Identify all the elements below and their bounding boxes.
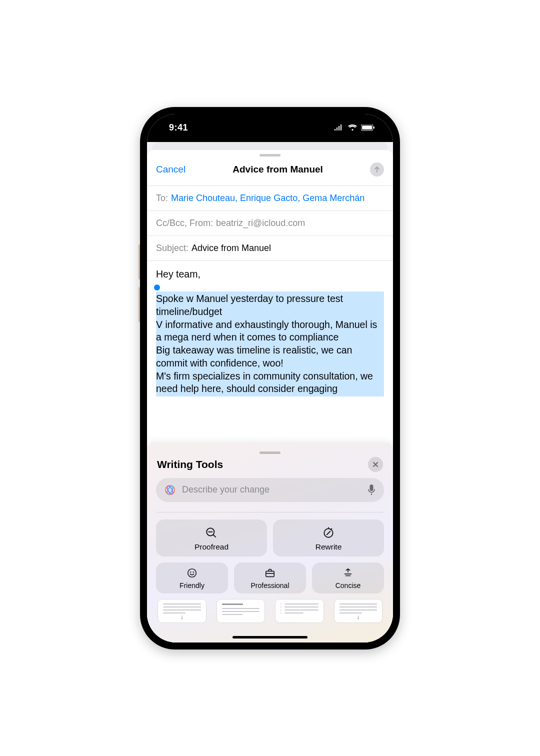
arrow-up-icon [373,166,381,174]
writing-tools-sheet: Writing Tools Describe your change [147,442,393,642]
proofread-button[interactable]: Proofread [156,520,267,556]
template-row: ↓ ↓ [156,600,384,622]
arrow-down-icon: ↓ [180,614,184,620]
concise-label: Concise [336,582,361,590]
cc-from-field[interactable]: Cc/Bcc, From: beatriz_ri@icloud.com [147,211,393,236]
subject-value: Advice from Manuel [192,243,271,254]
svg-rect-11 [266,571,274,576]
svg-point-10 [193,572,194,572]
dynamic-island [235,122,305,140]
microphone-icon[interactable] [367,484,376,496]
home-indicator[interactable] [232,636,308,638]
template-keypoints-button[interactable] [217,600,265,622]
status-time: 9:41 [169,122,188,133]
battery-icon [361,124,375,131]
svg-point-9 [190,572,191,572]
subject-label: Subject: [156,243,188,254]
to-recipients[interactable]: Marie Chouteau, Enrique Gacto, Gema Merc… [171,193,364,204]
nav-bar: Cancel Advice from Manuel [147,160,393,186]
cancel-button[interactable]: Cancel [156,164,186,175]
from-value: beatriz_ri@icloud.com [216,218,305,228]
body-greeting: Hey team, [156,268,384,281]
selected-text[interactable]: Spoke w Manuel yesterday to pressure tes… [156,292,384,396]
svg-rect-1 [362,126,372,130]
wifi-icon [348,124,357,131]
compose-sheet: Cancel Advice from Manuel To: Marie Chou… [147,150,393,642]
screen: 9:41 Cancel Advice from Manuel To: Mari [147,114,393,642]
cc-label: Cc/Bcc, From: [156,218,213,228]
rewrite-icon [322,526,335,540]
template-list-button[interactable] [276,600,324,622]
friendly-button[interactable]: Friendly [156,562,228,594]
apple-intelligence-icon [164,484,176,496]
describe-placeholder: Describe your change [182,484,361,495]
concise-icon [342,568,354,578]
close-button[interactable] [368,457,383,472]
to-field[interactable]: To: Marie Chouteau, Enrique Gacto, Gema … [147,186,393,211]
magnifier-icon [205,526,218,540]
writing-tools-grabber[interactable] [260,452,280,454]
proofread-label: Proofread [194,542,228,552]
send-button[interactable] [370,162,384,176]
cellular-icon [334,124,344,131]
sheet-grabber[interactable] [260,154,280,156]
template-summary-button[interactable]: ↓ [158,600,206,622]
describe-change-input[interactable]: Describe your change [156,478,384,502]
selection-handle-start-icon[interactable] [154,284,160,290]
phone-frame: 9:41 Cancel Advice from Manuel To: Mari [140,107,400,650]
to-label: To: [156,193,168,204]
writing-tools-title: Writing Tools [157,458,223,470]
rewrite-button[interactable]: Rewrite [273,520,384,556]
template-table-button[interactable]: ↓ [334,600,382,622]
svg-rect-2 [374,126,374,128]
body-text: Spoke w Manuel yesterday to pressure tes… [156,293,377,394]
header-fields: To: Marie Chouteau, Enrique Gacto, Gema … [147,186,393,261]
rewrite-label: Rewrite [316,542,342,552]
professional-button[interactable]: Professional [234,562,306,594]
briefcase-icon [264,568,276,578]
concise-button[interactable]: Concise [312,562,384,594]
arrow-down-icon: ↓ [356,614,360,620]
friendly-label: Friendly [180,582,204,590]
page-title: Advice from Manuel [186,164,370,175]
smile-icon [186,568,198,578]
svg-point-8 [188,568,196,577]
background-sheet [152,142,388,150]
close-icon [372,462,378,468]
professional-label: Professional [250,582,289,590]
separator [156,512,384,512]
subject-field[interactable]: Subject: Advice from Manuel [147,236,393,261]
